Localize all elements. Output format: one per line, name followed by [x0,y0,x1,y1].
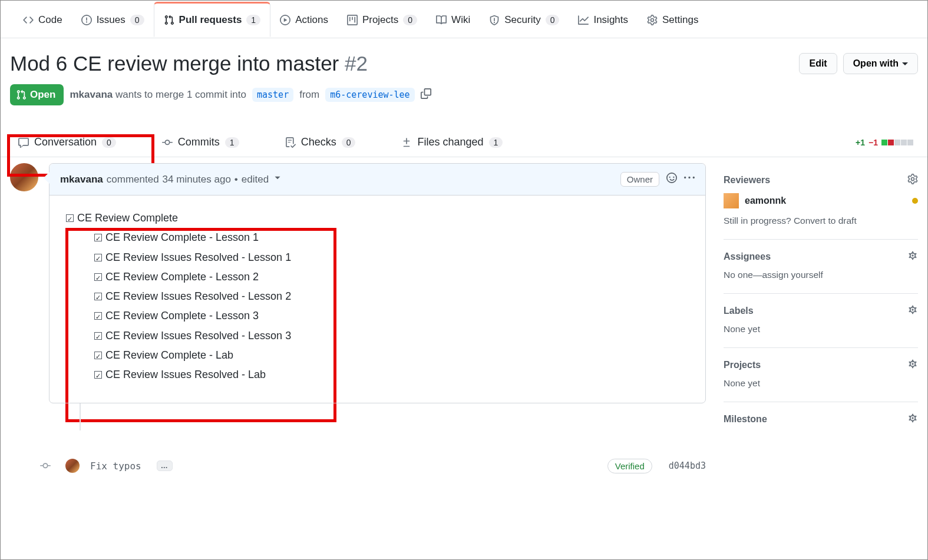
reviewer-row[interactable]: eamonnk [724,193,918,208]
pr-header-actions: Edit Open with [799,53,918,74]
commit-row: Fix typos … Verified d044bd3 [10,446,706,478]
assignees-body[interactable]: No one—assign yourself [724,270,918,280]
tab-issues[interactable]: Issues 0 [72,2,154,37]
edited-label[interactable]: edited [242,174,269,185]
reviewer-name: eamonnk [745,195,786,206]
open-with-label: Open with [853,58,899,69]
main-column: mkavana commented 34 minutes ago • edite… [10,163,706,478]
projects-body: None yet [724,378,918,389]
item-text: CE Review Issues Resolved - Lesson 2 [105,290,291,302]
head-branch[interactable]: m6-cereview-lee [325,88,414,102]
comment-time[interactable]: 34 minutes ago [163,174,231,185]
reviewers-title: Reviewers [724,175,770,185]
bullet: • [235,174,238,185]
list-item: CE Review Complete - Lesson 1 [94,228,689,247]
comment-author[interactable]: mkavana [60,174,103,185]
pr-state-badge: Open [10,84,64,105]
milestone-block: Milestone [724,402,918,445]
tab-files-changed[interactable]: Files changed 1 [399,128,505,157]
diffstat-deletions: −1 [868,138,878,147]
gear-icon[interactable] [907,174,918,186]
ellipsis-button[interactable]: … [157,460,173,471]
tab-security[interactable]: Security 0 [480,2,569,37]
commit-message[interactable]: Fix typos [90,460,141,472]
avatar[interactable] [10,163,38,191]
item-text: CE Review Complete - Lesson 2 [105,271,259,283]
item-text: CE Review Complete [77,212,178,224]
status-dot-pending [912,198,918,204]
tab-code[interactable]: Code [14,2,72,37]
tab-commits[interactable]: Commits 1 [160,128,242,157]
edit-button[interactable]: Edit [799,53,837,74]
pr-title-text: Mod 6 CE review merge into master [10,52,339,75]
checklist-icon [285,137,296,148]
pr-state-text: Open [30,89,55,101]
tab-actions[interactable]: Actions [270,2,338,37]
open-with-button[interactable]: Open with [843,53,918,74]
tab-pull-requests[interactable]: Pull requests 1 [154,2,271,37]
list-item: CE Review Complete - Lab [94,346,689,365]
tab-pr-label: Pull requests [179,14,242,26]
convert-to-draft-link[interactable]: Still in progress? Convert to draft [724,216,918,226]
smiley-icon[interactable] [666,173,677,186]
copy-icon[interactable] [421,88,431,102]
item-text: CE Review Complete - Lab [105,349,233,361]
commit-sha[interactable]: d044bd3 [669,460,706,471]
gear-icon[interactable] [907,359,918,371]
project-icon [347,15,358,25]
code-icon [23,15,34,25]
diffstat[interactable]: +1 −1 [856,138,922,147]
pr-number: #2 [345,52,368,75]
base-branch[interactable]: master [252,88,293,102]
item-text: CE Review Issues Resolved - Lesson 1 [105,251,291,263]
chevron-down-icon[interactable] [272,173,283,186]
item-text: CE Review Issues Resolved - Lab [105,369,266,380]
tab-projects-label: Projects [362,14,398,26]
assignees-title: Assignees [724,251,771,262]
list-item: CE Review Complete [66,208,689,228]
checks-count: 0 [342,137,356,148]
tab-projects[interactable]: Projects 0 [338,2,427,37]
milestone-title: Milestone [724,414,767,425]
pr-merge-text2: from [299,89,319,101]
gear-icon[interactable] [907,413,918,425]
conversation-count: 0 [102,137,116,148]
tab-settings[interactable]: Settings [638,2,708,37]
tab-wiki[interactable]: Wiki [427,2,480,37]
tab-commits-label: Commits [178,136,220,148]
files-count: 1 [489,137,503,148]
git-commit-icon [36,460,55,471]
tab-checks[interactable]: Checks 0 [283,128,358,157]
kebab-icon[interactable] [684,173,695,186]
diffstat-blocks [881,140,913,145]
git-pull-request-icon [16,90,27,100]
tab-code-label: Code [38,14,62,26]
gear-icon[interactable] [907,250,918,263]
labels-body: None yet [724,324,918,334]
assignees-block: Assignees No one—assign yourself [724,240,918,294]
gear-icon[interactable] [907,304,918,317]
projects-title: Projects [724,360,761,370]
avatar[interactable] [65,459,80,473]
sidebar: Reviewers eamonnk Still in progress? Con… [724,163,918,478]
owner-badge: Owner [620,172,659,187]
list-item: CE Review Issues Resolved - Lab [94,365,689,385]
security-count: 0 [546,15,560,25]
git-pull-request-icon [164,15,174,25]
item-text: CE Review Issues Resolved - Lesson 3 [105,330,291,342]
verified-badge[interactable]: Verified [607,459,652,473]
comment-box: mkavana commented 34 minutes ago • edite… [49,163,706,403]
pr-author-link[interactable]: mkavana [70,89,113,100]
pr-header: Mod 6 CE review merge into master #2 Edi… [1,38,927,111]
tab-security-label: Security [504,14,540,26]
pr-tabnav: Conversation 0 Commits 1 Checks 0 Files … [1,128,927,157]
comment-action: commented [107,174,159,185]
tab-insights-label: Insights [593,14,628,26]
item-text: CE Review Complete - Lesson 1 [105,231,259,243]
tab-insights[interactable]: Insights [569,2,638,37]
labels-title: Labels [724,306,754,316]
issues-count: 0 [130,15,144,25]
comment-body: CE Review Complete CE Review Complete - … [49,195,705,403]
tab-conversation[interactable]: Conversation 0 [6,128,118,157]
list-item: CE Review Issues Resolved - Lesson 3 [94,326,689,346]
